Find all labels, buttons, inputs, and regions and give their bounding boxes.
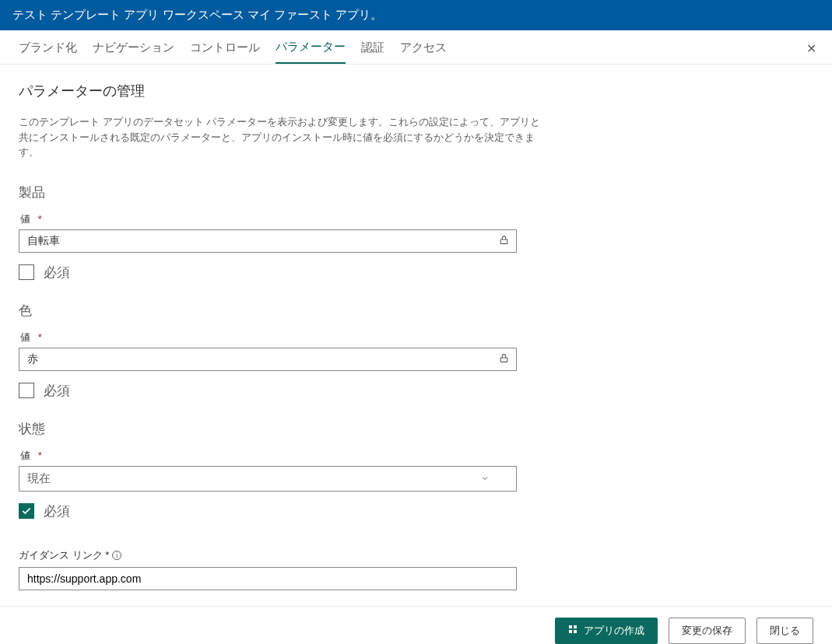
select-value: 現在: [27, 471, 51, 486]
required-row: 必須: [19, 382, 813, 400]
tab-navigation[interactable]: ナビゲーション: [93, 40, 174, 63]
input-wrap: [19, 229, 517, 253]
param-block-color: 色 値 * 必須: [19, 302, 813, 400]
header-bar: テスト テンプレート アプリ ワークスペース マイ ファースト アプリ。: [0, 0, 832, 30]
value-label-text: 値: [20, 450, 30, 461]
required-label: 必須: [44, 502, 70, 520]
header-title: テスト テンプレート アプリ ワークスペース マイ ファースト アプリ。: [12, 8, 382, 21]
required-checkbox[interactable]: [19, 264, 34, 280]
required-row: 必須: [19, 264, 813, 282]
lock-icon: [499, 353, 509, 366]
required-star: *: [38, 331, 42, 343]
svg-rect-1: [500, 357, 507, 361]
page-title: パラメーターの管理: [19, 82, 813, 100]
svg-rect-2: [569, 625, 572, 628]
tab-access[interactable]: アクセス: [400, 40, 447, 63]
required-star: *: [38, 213, 42, 225]
tab-parameters[interactable]: パラメーター: [276, 40, 346, 64]
value-label: 値 *: [20, 449, 813, 463]
save-changes-button[interactable]: 変更の保存: [669, 618, 746, 644]
status-value-select[interactable]: 現在: [19, 466, 517, 492]
info-icon[interactable]: i: [112, 551, 121, 560]
tab-branding[interactable]: ブランド化: [19, 40, 77, 63]
tab-control[interactable]: コントロール: [190, 40, 260, 63]
guidance-label-text: ガイダンス リンク *: [19, 548, 109, 562]
param-block-product: 製品 値 * 必須: [19, 184, 813, 282]
close-icon[interactable]: ✕: [806, 41, 816, 56]
select-wrap: 現在: [19, 466, 517, 492]
required-label: 必須: [44, 382, 70, 400]
required-label: 必須: [44, 264, 70, 282]
guidance-link-input[interactable]: [19, 567, 517, 590]
footer: アプリの作成 変更の保存 閉じる: [0, 606, 832, 645]
required-row: 必須: [19, 502, 813, 520]
app-icon: [568, 625, 577, 636]
tab-auth[interactable]: 認証: [361, 40, 384, 63]
tabs: ブランド化 ナビゲーション コントロール パラメーター 認証 アクセス ✕: [0, 30, 832, 65]
color-value-input[interactable]: [19, 348, 517, 371]
param-name: 色: [19, 302, 813, 320]
chevron-down-icon: [480, 472, 490, 485]
guidance-section: ガイダンス リンク * i: [19, 548, 813, 590]
close-button[interactable]: 閉じる: [757, 618, 813, 644]
value-label-text: 値: [20, 331, 30, 343]
param-name: 状態: [19, 420, 813, 438]
create-app-label: アプリの作成: [584, 624, 644, 638]
param-name: 製品: [19, 184, 813, 201]
page-description: このテンプレート アプリのデータセット パラメーターを表示および変更します。これ…: [19, 114, 548, 160]
value-label-text: 値: [20, 213, 30, 225]
guidance-label: ガイダンス リンク * i: [19, 548, 813, 562]
lock-icon: [499, 235, 509, 247]
svg-rect-4: [569, 630, 572, 633]
content: パラメーターの管理 このテンプレート アプリのデータセット パラメーターを表示お…: [0, 65, 832, 606]
product-value-input[interactable]: [19, 229, 517, 253]
value-label: 値 *: [20, 331, 813, 345]
create-app-button[interactable]: アプリの作成: [555, 618, 658, 644]
svg-rect-0: [500, 239, 507, 243]
value-label: 値 *: [20, 212, 813, 226]
input-wrap: [19, 348, 517, 371]
svg-rect-3: [574, 625, 577, 628]
svg-rect-5: [574, 630, 577, 633]
param-block-status: 状態 値 * 現在 必須: [19, 420, 813, 520]
required-checkbox[interactable]: [19, 383, 34, 398]
required-checkbox[interactable]: [19, 503, 34, 519]
required-star: *: [38, 450, 42, 461]
